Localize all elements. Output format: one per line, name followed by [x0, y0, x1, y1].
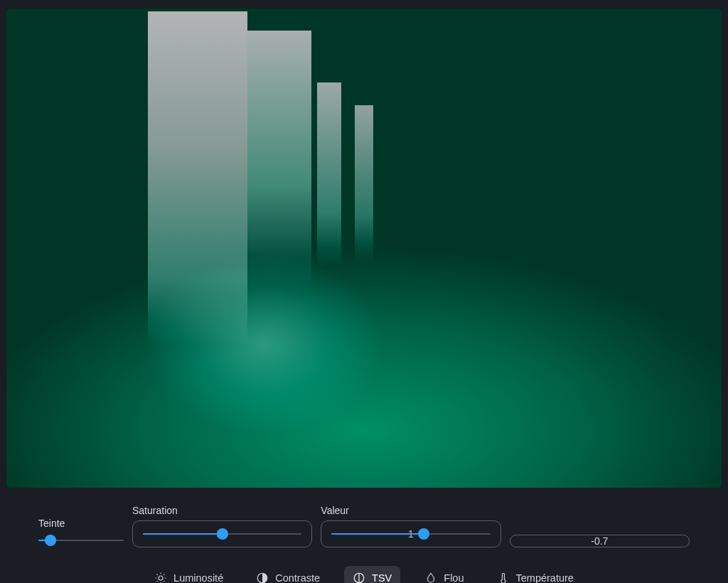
offset-value: -0.7 — [591, 535, 608, 547]
teinte-slider-thumb[interactable] — [45, 535, 56, 546]
valeur-slider-fill — [331, 533, 424, 535]
valeur-frame: 1 — [321, 520, 500, 547]
hue-icon — [353, 572, 365, 583]
tab-luminosite-label: Luminosité — [173, 572, 223, 583]
saturation-control: Saturation 39 — [132, 505, 312, 547]
valeur-label: Valeur — [321, 505, 500, 516]
brightness-icon — [154, 572, 167, 583]
svg-point-0 — [159, 576, 163, 580]
saturation-label: Saturation — [132, 505, 312, 516]
contrast-icon — [256, 572, 269, 583]
image-canvas[interactable] — [6, 9, 722, 488]
valeur-slider[interactable] — [331, 527, 490, 541]
offset-control: . -0.7 — [510, 519, 690, 547]
teinte-slider[interactable] — [38, 533, 124, 547]
tab-temperature-label: Température — [516, 572, 574, 583]
valeur-control: Valeur 1 — [321, 505, 500, 547]
thermometer-icon — [497, 572, 510, 583]
blur-drop-icon — [424, 572, 437, 583]
tab-luminosite[interactable]: Luminosité — [146, 566, 232, 583]
edited-image — [6, 9, 722, 488]
saturation-slider-thumb[interactable] — [217, 528, 228, 540]
adjustment-controls: Teinte Saturation 39 Valeur 1 — [0, 488, 728, 547]
saturation-frame: 39 — [132, 520, 312, 547]
tab-flou[interactable]: Flou — [416, 566, 472, 583]
offset-value-box[interactable]: -0.7 — [510, 535, 690, 547]
valeur-slider-thumb[interactable] — [418, 528, 429, 540]
saturation-slider[interactable] — [143, 527, 301, 541]
tab-flou-label: Flou — [444, 572, 464, 583]
tab-contraste[interactable]: Contraste — [247, 566, 328, 583]
tab-contraste-label: Contraste — [275, 572, 320, 583]
teinte-label: Teinte — [38, 518, 124, 529]
saturation-slider-fill — [143, 533, 223, 535]
tab-tsv[interactable]: TSV — [344, 566, 400, 583]
tab-tsv-label: TSV — [372, 572, 392, 583]
adjustment-tabs: Luminosité Contraste TSV Flou Températur… — [0, 566, 728, 583]
tab-temperature[interactable]: Température — [488, 566, 582, 583]
teinte-control: Teinte — [38, 518, 124, 547]
